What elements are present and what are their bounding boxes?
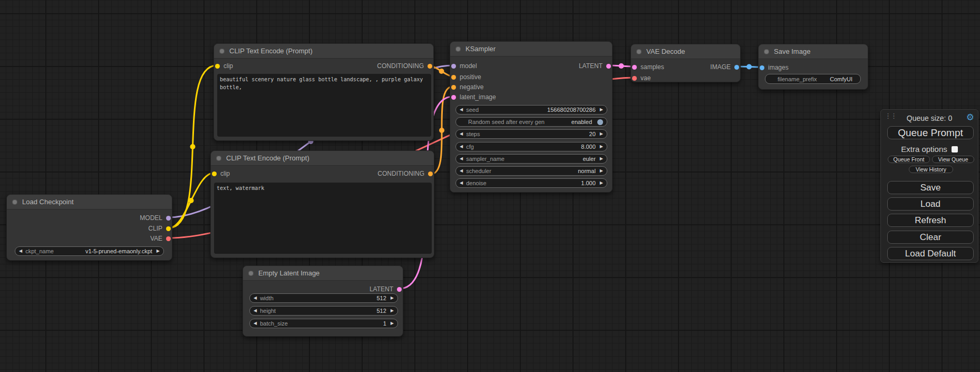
conditioning-socket-icon[interactable] (451, 75, 456, 80)
increment-arrow-icon[interactable]: ▶ (391, 309, 394, 313)
node-save-image[interactable]: Save Image images filename_prefix ComfyU… (758, 44, 868, 90)
input-negative[interactable]: negative (451, 82, 483, 92)
node-title-bar[interactable]: Save Image (759, 44, 868, 59)
ckpt-name-widget[interactable]: ◀ ckpt_name v1-5-pruned-emaonly.ckpt ▶ (15, 246, 164, 256)
denoise-widget[interactable]: ◀ denoise 1.000 ▶ (455, 178, 607, 188)
seed-widget[interactable]: ◀ seed 156680208700286 ▶ (455, 105, 607, 115)
decrement-arrow-icon[interactable]: ◀ (460, 108, 463, 112)
latent-socket-icon[interactable] (606, 64, 611, 69)
sampler-name-widget[interactable]: ◀ sampler_name euler ▶ (455, 154, 607, 164)
output-conditioning[interactable]: CONDITIONING (377, 61, 432, 71)
vae-socket-icon[interactable] (632, 76, 637, 81)
collapse-dot-icon[interactable] (248, 271, 254, 276)
width-widget[interactable]: ◀ width 512 ▶ (249, 293, 398, 303)
output-clip[interactable]: CLIP (148, 224, 171, 233)
node-title-bar[interactable]: Load Checkpoint (7, 195, 172, 209)
increment-arrow-icon[interactable]: ▶ (600, 157, 603, 161)
input-clip[interactable]: clip (212, 169, 230, 178)
output-conditioning[interactable]: CONDITIONING (377, 169, 433, 178)
vae-socket-icon[interactable] (166, 236, 171, 241)
comfyui-canvas[interactable]: { "colors": { "model": "#B39DDB", "clip"… (0, 0, 980, 372)
clear-button[interactable]: Clear (887, 231, 974, 244)
collapse-dot-icon[interactable] (216, 156, 221, 161)
node-title-bar[interactable]: KSampler (450, 42, 612, 56)
node-title-bar[interactable]: CLIP Text Encode (Prompt) (211, 151, 434, 166)
conditioning-socket-icon[interactable] (428, 64, 432, 69)
negative-prompt-textarea[interactable]: text, watermark (214, 183, 432, 254)
collapse-dot-icon[interactable] (455, 46, 461, 52)
increment-arrow-icon[interactable]: ▶ (600, 132, 603, 136)
node-title-bar[interactable]: CLIP Text Encode (Prompt) (214, 44, 433, 59)
output-vae[interactable]: VAE (150, 234, 171, 243)
input-clip[interactable]: clip (215, 61, 233, 71)
increment-arrow-icon[interactable]: ▶ (600, 169, 603, 173)
increment-arrow-icon[interactable]: ▶ (600, 108, 603, 112)
queue-front-button[interactable]: Queue Front (888, 156, 930, 163)
settings-gear-icon[interactable]: ⚙ (966, 113, 974, 122)
input-positive[interactable]: positive (451, 72, 481, 82)
decrement-arrow-icon[interactable]: ◀ (460, 132, 463, 136)
decrement-arrow-icon[interactable]: ◀ (19, 249, 22, 253)
decrement-arrow-icon[interactable]: ◀ (460, 145, 463, 149)
clip-socket-icon[interactable] (215, 64, 220, 69)
increment-arrow-icon[interactable]: ▶ (391, 321, 394, 326)
decrement-arrow-icon[interactable]: ◀ (254, 321, 257, 326)
queue-prompt-button[interactable]: Queue Prompt (887, 126, 974, 139)
node-load-checkpoint[interactable]: Load Checkpoint MODEL CLIP VAE ◀ ckpt_na… (6, 194, 172, 261)
collapse-dot-icon[interactable] (764, 49, 769, 54)
scheduler-widget[interactable]: ◀ scheduler normal ▶ (455, 166, 607, 176)
increment-arrow-icon[interactable]: ▶ (600, 181, 603, 185)
clip-socket-icon[interactable] (212, 171, 217, 176)
node-title-bar[interactable]: VAE Decode (631, 44, 740, 59)
image-socket-icon[interactable] (734, 65, 739, 70)
node-vae-decode[interactable]: VAE Decode samples vae IMAGE (630, 44, 741, 82)
toggle-knob-icon[interactable] (597, 119, 603, 125)
model-socket-icon[interactable] (451, 64, 456, 69)
increment-arrow-icon[interactable]: ▶ (157, 249, 160, 253)
cfg-widget[interactable]: ◀ cfg 8.000 ▶ (455, 142, 607, 151)
load-default-button[interactable]: Load Default (887, 247, 974, 260)
collapse-dot-icon[interactable] (636, 49, 642, 54)
view-queue-button[interactable]: View Queue (932, 156, 974, 163)
save-button[interactable]: Save (887, 181, 974, 194)
decrement-arrow-icon[interactable]: ◀ (460, 169, 463, 173)
clip-socket-icon[interactable] (166, 226, 171, 231)
decrement-arrow-icon[interactable]: ◀ (254, 296, 257, 300)
conditioning-socket-icon[interactable] (451, 85, 456, 90)
extra-options-checkbox[interactable] (952, 146, 958, 152)
node-clip-text-encode-negative[interactable]: CLIP Text Encode (Prompt) clip CONDITION… (210, 150, 434, 258)
view-history-button[interactable]: View History (909, 166, 953, 173)
input-model[interactable]: model (451, 61, 477, 71)
refresh-button[interactable]: Refresh (887, 214, 974, 227)
latent-socket-icon[interactable] (451, 95, 456, 100)
increment-arrow-icon[interactable]: ▶ (391, 296, 394, 300)
output-latent[interactable]: LATENT (370, 284, 402, 294)
increment-arrow-icon[interactable]: ▶ (600, 145, 603, 149)
image-socket-icon[interactable] (760, 65, 764, 70)
conditioning-socket-icon[interactable] (428, 171, 433, 176)
batch-size-widget[interactable]: ◀ batch_size 1 ▶ (249, 319, 398, 328)
positive-prompt-textarea[interactable]: beautiful scenery nature glass bottle la… (217, 74, 431, 137)
node-clip-text-encode-positive[interactable]: CLIP Text Encode (Prompt) clip CONDITION… (214, 43, 434, 141)
output-latent[interactable]: LATENT (579, 61, 611, 71)
decrement-arrow-icon[interactable]: ◀ (460, 157, 463, 161)
height-widget[interactable]: ◀ height 512 ▶ (249, 306, 398, 316)
decrement-arrow-icon[interactable]: ◀ (460, 181, 463, 185)
node-ksampler[interactable]: KSampler model positive negative latent_… (450, 41, 613, 193)
input-latent-image[interactable]: latent_image (451, 92, 496, 102)
input-vae[interactable]: vae (632, 73, 651, 83)
model-socket-icon[interactable] (166, 216, 171, 221)
input-images[interactable]: images (760, 63, 789, 72)
decrement-arrow-icon[interactable]: ◀ (254, 309, 257, 313)
node-empty-latent-image[interactable]: Empty Latent Image LATENT ◀ width 512 ▶ … (242, 265, 403, 337)
collapse-dot-icon[interactable] (12, 199, 17, 205)
output-image[interactable]: IMAGE (710, 62, 739, 72)
random-seed-widget[interactable]: Random seed after every gen enabled (455, 117, 607, 127)
steps-widget[interactable]: ◀ steps 20 ▶ (455, 129, 607, 139)
collapse-dot-icon[interactable] (219, 49, 225, 54)
input-samples[interactable]: samples (632, 62, 664, 72)
filename-prefix-widget[interactable]: filename_prefix ComfyUI (765, 74, 861, 84)
load-button[interactable]: Load (887, 197, 974, 211)
latent-socket-icon[interactable] (397, 287, 402, 292)
latent-socket-icon[interactable] (632, 65, 637, 70)
